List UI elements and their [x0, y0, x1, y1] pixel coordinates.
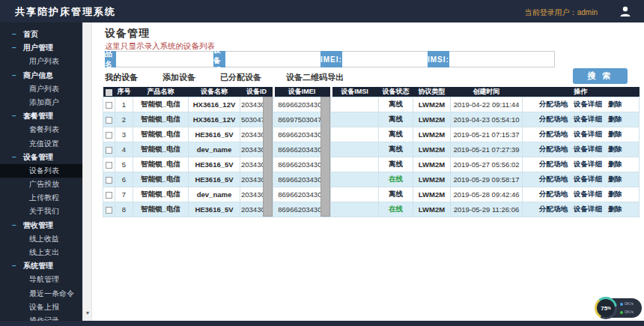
sidebar-item-merchant-info[interactable]: −商户信息	[0, 69, 82, 82]
table-row: 7智能锁_电信dev_name20343013869662034301离线LWM…	[103, 187, 640, 202]
sidebar-item-add-merchant[interactable]: 添加商户	[0, 96, 82, 109]
sidebar-item-device-mgmt[interactable]: −设备管理	[0, 151, 82, 164]
action-assign-site-link[interactable]: 分配场地	[539, 160, 568, 168]
cell-created-time: 2019-05-21 07:27:39	[451, 142, 523, 157]
action-assign-site-link[interactable]: 分配场地	[539, 205, 568, 213]
cell-created-time: 2019-05-27 05:56:02	[451, 157, 523, 172]
row-checkbox[interactable]	[106, 117, 112, 124]
sidebar-item-merchant-list[interactable]: 商户列表	[0, 82, 82, 96]
cell-index: 2	[115, 112, 133, 127]
search-button[interactable]: 搜 索	[573, 68, 628, 84]
row-checkbox[interactable]	[106, 162, 112, 169]
collapse-minus-icon: −	[12, 219, 16, 232]
action-delete-link[interactable]: 删除	[608, 175, 622, 183]
action-device-detail-link[interactable]: 设备详细	[574, 145, 602, 153]
bottom-bar	[0, 321, 644, 326]
cell-protocol: LWM2M	[413, 172, 451, 187]
user-avatar-icon[interactable]	[619, 4, 632, 18]
table-row: 6智能锁_电信HE3616_5V20343017869662034301在线LW…	[103, 172, 640, 187]
column-header: 操作	[523, 87, 640, 97]
action-assign-site-link[interactable]: 分配场地	[539, 115, 568, 123]
sidebar-item-package-list[interactable]: 套餐列表	[0, 123, 82, 136]
action-delete-link[interactable]: 删除	[608, 190, 622, 198]
sidebar-item-user-mgmt[interactable]: −用户管理	[0, 41, 82, 55]
cell-created-time: 2019-05-21 07:15:37	[451, 127, 523, 142]
action-device-detail-link[interactable]: 设备详细	[574, 175, 602, 183]
sidebar-item-label: 套餐管理	[23, 112, 53, 120]
tab-my-devices[interactable]: 我的设备	[105, 72, 138, 88]
inner-scrollbar[interactable]	[321, 97, 330, 217]
sidebar-scrollbar[interactable]: ▼	[82, 22, 92, 321]
sidebar-item-home[interactable]: −首页	[0, 28, 82, 41]
collapse-minus-icon: −	[12, 259, 16, 273]
column-header: 设备IMSI	[331, 87, 379, 97]
sidebar-item-label: 营收管理	[23, 221, 53, 229]
sidebar-item-label: 设备管理	[23, 153, 53, 161]
sidebar-item-nav-mgmt[interactable]: 导航管理	[0, 273, 82, 286]
filter-product-name-input[interactable]	[116, 51, 222, 67]
sidebar-item-package-mgmt[interactable]: −套餐管理	[0, 109, 82, 123]
inner-scrollbar[interactable]	[263, 97, 273, 217]
row-checkbox[interactable]	[106, 132, 112, 139]
action-delete-link[interactable]: 删除	[608, 160, 622, 168]
action-device-detail-link[interactable]: 设备详细	[574, 115, 602, 123]
action-assign-site-link[interactable]: 分配场地	[539, 130, 568, 138]
sidebar-item-about-us[interactable]: 关于我们	[0, 205, 82, 218]
column-header: 序号	[115, 87, 133, 97]
sidebar-item-device-list[interactable]: 设备列表	[0, 164, 82, 178]
filter-device-id-input[interactable]	[225, 51, 331, 67]
sidebar-item-online-income[interactable]: 线上收益	[0, 232, 82, 246]
filter-device-id: 设备 ID:	[213, 51, 316, 67]
sidebar-item-ad-delivery[interactable]: 广告投放	[0, 178, 82, 191]
sidebar-item-recharge-settings[interactable]: 充值设置	[0, 137, 82, 151]
sidebar-item-latest-command[interactable]: 最近一条命令	[0, 287, 82, 301]
action-delete-link[interactable]: 删除	[608, 205, 622, 213]
sidebar-item-device-report[interactable]: 设备上报	[0, 301, 82, 314]
cell-created-time: 2019-04-23 05:54:10	[451, 112, 523, 127]
cell-product-name: 智能锁_电信	[133, 202, 189, 217]
sidebar-item-label: 线上支出	[29, 248, 59, 256]
speed-dot-icon	[620, 311, 623, 314]
action-device-detail-link[interactable]: 设备详细	[574, 205, 602, 213]
action-assign-site-link[interactable]: 分配场地	[539, 145, 568, 153]
column-header: 设备状态	[379, 87, 413, 97]
row-checkbox[interactable]	[106, 207, 112, 214]
sidebar-item-user-list[interactable]: 用户列表	[0, 55, 82, 68]
sidebar-item-operation-log[interactable]: 操作记录	[0, 314, 82, 321]
cell-device-status: 离线	[379, 187, 413, 202]
action-device-detail-link[interactable]: 设备详细	[574, 160, 602, 168]
cell-product-name: 智能锁_电信	[133, 142, 189, 157]
cell-device-status: 离线	[379, 112, 413, 127]
speed-monitor-widget[interactable]: 75% 0K/s0K/s	[600, 298, 642, 318]
action-device-detail-link[interactable]: 设备详细	[574, 100, 602, 108]
action-device-detail-link[interactable]: 设备详细	[574, 130, 602, 138]
action-assign-site-link[interactable]: 分配场地	[539, 100, 568, 108]
cell-device-name: HX3616_12V	[189, 97, 240, 112]
tab-assigned-devices[interactable]: 已分配设备	[220, 72, 261, 88]
row-checkbox[interactable]	[106, 102, 112, 109]
action-assign-site-link[interactable]: 分配场地	[539, 190, 568, 198]
scroll-down-arrow-icon[interactable]: ▼	[85, 310, 91, 316]
filter-imsi: IMSI:	[428, 51, 530, 67]
sidebar-item-upload-tutorial[interactable]: 上传教程	[0, 191, 82, 205]
cell-actions: 分配场地设备详细删除	[523, 127, 640, 142]
action-delete-link[interactable]: 删除	[608, 130, 622, 138]
cell-imsi	[331, 157, 379, 172]
row-checkbox[interactable]	[106, 192, 112, 199]
action-delete-link[interactable]: 删除	[608, 115, 622, 123]
sidebar-item-revenue-mgmt[interactable]: −营收管理	[0, 219, 82, 232]
sidebar-item-label: 线上收益	[29, 235, 59, 243]
filter-imsi-input[interactable]	[449, 51, 555, 67]
action-assign-site-link[interactable]: 分配场地	[539, 175, 568, 183]
tab-add-device[interactable]: 添加设备	[162, 72, 195, 88]
action-delete-link[interactable]: 删除	[608, 100, 622, 108]
row-checkbox[interactable]	[106, 177, 112, 184]
sidebar-item-online-expense[interactable]: 线上支出	[0, 246, 82, 259]
action-delete-link[interactable]: 删除	[608, 145, 622, 153]
select-all-checkbox[interactable]	[106, 89, 112, 96]
cell-imsi	[331, 187, 379, 202]
action-device-detail-link[interactable]: 设备详细	[574, 190, 602, 198]
row-checkbox[interactable]	[106, 147, 112, 154]
tab-qrcode-export[interactable]: 设备二维码导出	[286, 72, 344, 88]
sidebar-item-system-mgmt[interactable]: −系统管理	[0, 259, 82, 273]
